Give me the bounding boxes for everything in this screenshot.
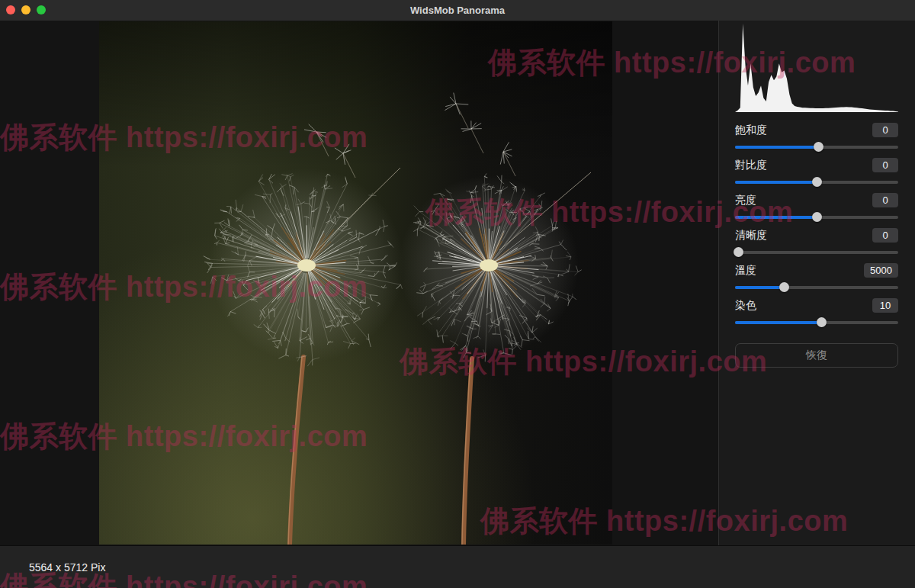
- contrast-control: 對比度 0: [735, 157, 898, 192]
- titlebar: WidsMob Panorama: [0, 0, 915, 21]
- image-dimensions: 5564 x 5712 Pix: [29, 546, 105, 588]
- slider-fill: [735, 181, 817, 184]
- clarity-label: 清晰度: [735, 229, 767, 243]
- window-title: WidsMob Panorama: [0, 0, 915, 21]
- slider-knob[interactable]: [734, 247, 743, 257]
- temperature-control: 溫度 5000: [735, 262, 898, 297]
- slider-fill: [735, 216, 817, 219]
- slider-fill: [735, 286, 784, 289]
- temperature-value[interactable]: 5000: [864, 263, 898, 278]
- tint-slider[interactable]: [735, 313, 898, 333]
- status-bar: 5564 x 5712 Pix 1:1 新全景圖 保存全景圖: [0, 545, 915, 588]
- slider-knob[interactable]: [812, 212, 822, 222]
- clarity-value[interactable]: 0: [872, 228, 898, 243]
- saturation-control: 飽和度 0: [735, 122, 898, 157]
- panorama-image: [99, 21, 612, 545]
- contrast-label: 對比度: [735, 159, 767, 172]
- app-window: WidsMob Panorama: [0, 0, 915, 588]
- saturation-label: 飽和度: [735, 124, 767, 137]
- photo-canvas: [0, 21, 718, 545]
- brightness-value[interactable]: 0: [872, 193, 898, 207]
- histogram: [735, 24, 898, 112]
- tint-control: 染色 10: [735, 297, 898, 333]
- clarity-control: 清晰度 0: [735, 227, 898, 262]
- temperature-slider[interactable]: [735, 278, 898, 297]
- adjustment-panel: 飽和度 0 對比度 0: [718, 21, 915, 545]
- slider-track[interactable]: [735, 251, 898, 254]
- brightness-control: 亮度 0: [735, 192, 898, 227]
- clarity-slider[interactable]: [735, 243, 898, 262]
- adjustment-controls: 飽和度 0 對比度 0: [735, 122, 898, 333]
- contrast-value[interactable]: 0: [872, 158, 898, 172]
- contrast-slider[interactable]: [735, 173, 898, 192]
- slider-knob[interactable]: [812, 177, 822, 187]
- saturation-value[interactable]: 0: [872, 123, 898, 137]
- slider-knob[interactable]: [817, 317, 827, 327]
- tint-label: 染色: [735, 299, 756, 313]
- slider-fill: [735, 146, 818, 149]
- slider-knob[interactable]: [814, 142, 824, 152]
- saturation-slider[interactable]: [735, 138, 898, 157]
- slider-fill: [735, 321, 821, 324]
- slider-knob[interactable]: [779, 282, 789, 292]
- brightness-label: 亮度: [735, 194, 756, 207]
- restore-button[interactable]: 恢復: [735, 343, 898, 368]
- temperature-label: 溫度: [735, 264, 756, 278]
- brightness-slider[interactable]: [735, 208, 898, 227]
- tint-value[interactable]: 10: [872, 298, 898, 313]
